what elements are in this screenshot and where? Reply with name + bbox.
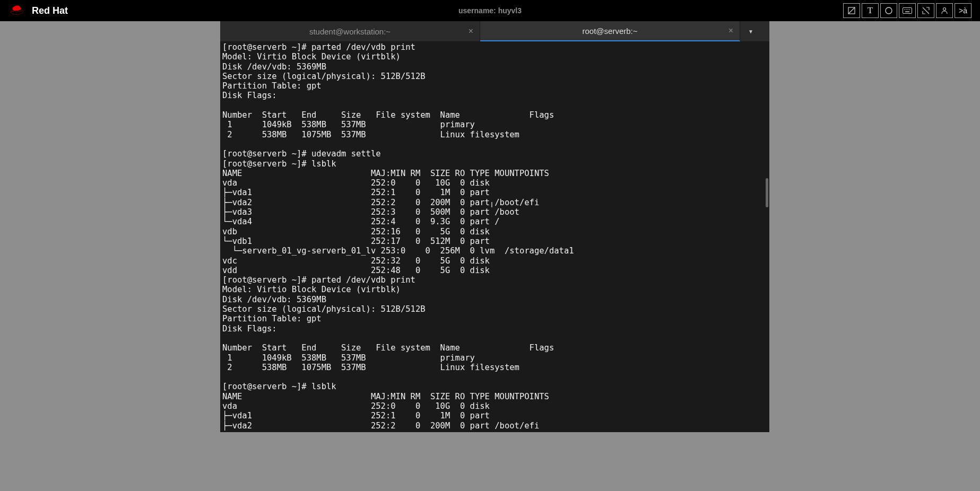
user-icon	[940, 6, 949, 15]
scrollbar[interactable]	[765, 41, 769, 432]
tab-menu-button[interactable]: ▼	[740, 21, 761, 41]
circle-icon	[884, 6, 893, 15]
layers-icon	[847, 6, 856, 15]
close-icon[interactable]: ×	[729, 26, 733, 36]
logo-area: Red Hat	[8, 4, 68, 17]
redhat-icon	[8, 4, 27, 17]
svg-point-6	[907, 9, 908, 10]
circle-button[interactable]	[880, 3, 897, 18]
tab-label: student@workstation:~	[309, 27, 391, 36]
svg-rect-3	[903, 8, 912, 14]
keyboard-icon	[903, 7, 912, 14]
top-bar: Red Hat username: huyvl3 T	[0, 0, 980, 21]
scrollbar-thumb[interactable]	[766, 178, 768, 207]
minimize-icon	[922, 6, 930, 15]
layers-button[interactable]	[843, 3, 860, 18]
text-button[interactable]: T	[862, 3, 879, 18]
close-icon[interactable]: ×	[469, 27, 473, 36]
terminal-output[interactable]: [root@serverb ~]# parted /dev/vdb print …	[220, 41, 769, 432]
terminal-window: student@workstation:~ × root@serverb:~ ×…	[220, 21, 769, 432]
chevron-down-icon: ▼	[748, 29, 753, 34]
minimize-button[interactable]	[917, 3, 934, 18]
svg-rect-8	[905, 12, 909, 13]
svg-point-10	[943, 8, 946, 11]
lang-button[interactable]: >à	[955, 3, 972, 18]
svg-line-9	[923, 7, 929, 14]
brand-text: Red Hat	[32, 5, 68, 16]
text-icon: T	[868, 5, 873, 16]
tab-workstation[interactable]: student@workstation:~ ×	[220, 21, 480, 41]
svg-line-1	[848, 7, 855, 14]
text-cursor-icon: I	[491, 200, 491, 209]
svg-point-4	[904, 9, 905, 10]
svg-point-5	[906, 9, 907, 10]
tab-label: root@serverb:~	[582, 27, 637, 36]
lang-icon: >à	[959, 6, 967, 15]
toolbar-icons: T	[843, 3, 972, 18]
tab-bar: student@workstation:~ × root@serverb:~ ×…	[220, 21, 769, 41]
keyboard-button[interactable]	[899, 3, 916, 18]
svg-point-2	[886, 7, 892, 14]
svg-point-7	[909, 9, 910, 10]
username-label: username: huyvl3	[458, 6, 522, 15]
tab-serverb[interactable]: root@serverb:~ ×	[480, 21, 740, 41]
user-button[interactable]	[936, 3, 953, 18]
